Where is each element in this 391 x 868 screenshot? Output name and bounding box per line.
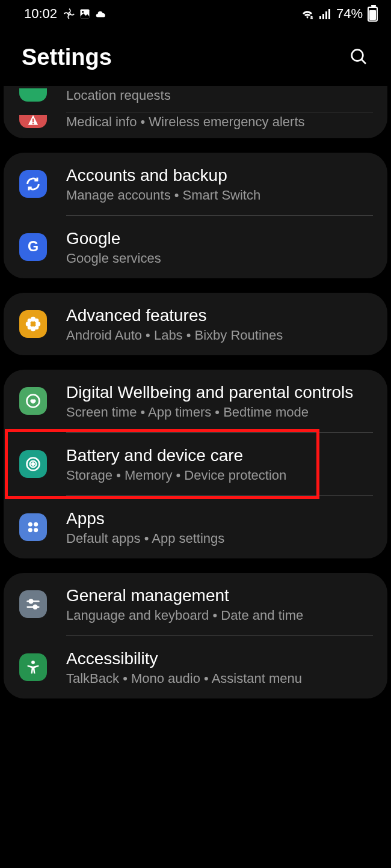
- search-button[interactable]: [345, 43, 372, 72]
- apps-icon: [19, 513, 47, 541]
- location-icon: [19, 88, 47, 102]
- row-subtitle: TalkBack • Mono audio • Assistant menu: [66, 671, 373, 686]
- status-right: 74%: [300, 6, 378, 22]
- row-title: Accessibility: [66, 648, 373, 669]
- emergency-icon: [19, 115, 47, 128]
- row-subtitle: Default apps • App settings: [66, 531, 373, 546]
- settings-row-google[interactable]: GGoogleGoogle services: [4, 216, 387, 278]
- settings-row-battery-and-device-care[interactable]: Battery and device careStorage • Memory …: [4, 433, 387, 495]
- settings-row-accounts-and-backup[interactable]: Accounts and backupManage accounts • Sma…: [4, 153, 387, 215]
- settings-row-location-requests[interactable]: Location requests: [4, 86, 387, 112]
- row-text: GoogleGoogle services: [66, 228, 373, 266]
- svg-point-19: [28, 325, 32, 329]
- settings-row-safety-and-emergency[interactable]: Safety and emergencyMedical info • Wirel…: [4, 112, 387, 138]
- status-time: 10:02: [24, 6, 57, 22]
- row-text: Safety and emergencyMedical info • Wirel…: [66, 112, 373, 130]
- settings-list: Location requestsSafety and emergencyMed…: [0, 86, 391, 698]
- row-subtitle: Manage accounts • Smart Switch: [66, 188, 373, 203]
- row-subtitle: Location requests: [66, 88, 373, 103]
- svg-point-33: [34, 605, 37, 609]
- svg-point-20: [34, 325, 38, 329]
- svg-point-18: [34, 319, 38, 323]
- settings-row-general-management[interactable]: General managementLanguage and keyboard …: [4, 573, 387, 635]
- cloud-icon: [94, 8, 108, 20]
- wellbeing-icon: [19, 387, 47, 415]
- row-title: Google: [66, 228, 373, 249]
- row-title: Accounts and backup: [66, 165, 373, 186]
- svg-point-29: [34, 528, 38, 532]
- row-title: General management: [66, 585, 373, 606]
- accessibility-icon: [19, 653, 47, 681]
- google-icon: G: [19, 233, 47, 261]
- settings-group: Location requestsSafety and emergencyMed…: [4, 86, 387, 138]
- row-subtitle: Screen time • App timers • Bedtime mode: [66, 405, 373, 420]
- svg-point-2: [82, 11, 84, 13]
- status-notification-icons: [63, 8, 108, 20]
- battery-percent: 74%: [336, 6, 363, 22]
- pinwheel-icon: [63, 8, 75, 20]
- svg-rect-4: [322, 14, 324, 19]
- svg-text:G: G: [28, 239, 38, 254]
- settings-group: Digital Wellbeing and parental controlsS…: [4, 370, 387, 558]
- settings-row-accessibility[interactable]: AccessibilityTalkBack • Mono audio • Ass…: [4, 636, 387, 698]
- row-title: Digital Wellbeing and parental controls: [66, 382, 373, 403]
- row-text: AppsDefault apps • App settings: [66, 508, 373, 546]
- svg-point-27: [34, 522, 38, 527]
- svg-point-21: [31, 322, 35, 326]
- settings-group: Accounts and backupManage accounts • Sma…: [4, 153, 387, 278]
- wifi-icon: [300, 8, 315, 20]
- sliders-icon: [19, 590, 47, 618]
- row-subtitle: Android Auto • Labs • Bixby Routines: [66, 328, 373, 343]
- svg-point-17: [28, 319, 32, 323]
- battery-icon: [368, 7, 378, 22]
- header: Settings: [0, 25, 391, 86]
- row-text: Accounts and backupManage accounts • Sma…: [66, 165, 373, 203]
- svg-rect-6: [328, 9, 330, 19]
- svg-rect-3: [319, 16, 321, 19]
- row-text: Advanced featuresAndroid Auto • Labs • B…: [66, 305, 373, 343]
- page-title: Settings: [22, 44, 112, 70]
- status-left: 10:02: [24, 6, 108, 22]
- row-text: Battery and device careStorage • Memory …: [66, 445, 373, 483]
- row-text: AccessibilityTalkBack • Mono audio • Ass…: [66, 648, 373, 686]
- settings-row-advanced-features[interactable]: Advanced featuresAndroid Auto • Labs • B…: [4, 293, 387, 355]
- svg-rect-10: [32, 123, 34, 124]
- svg-line-8: [362, 60, 366, 64]
- svg-point-25: [32, 463, 34, 465]
- settings-row-digital-wellbeing-and-parental-controls[interactable]: Digital Wellbeing and parental controlsS…: [4, 370, 387, 432]
- svg-point-26: [28, 522, 32, 527]
- row-subtitle: Medical info • Wireless emergency alerts: [66, 114, 373, 130]
- row-text: Digital Wellbeing and parental controlsS…: [66, 382, 373, 420]
- svg-point-0: [68, 13, 70, 14]
- row-subtitle: Language and keyboard • Date and time: [66, 608, 373, 623]
- row-title: Apps: [66, 508, 373, 529]
- row-title: Advanced features: [66, 305, 373, 326]
- device-care-icon: [19, 450, 47, 478]
- svg-point-32: [29, 599, 33, 603]
- svg-point-34: [31, 661, 35, 664]
- svg-rect-5: [325, 11, 327, 19]
- row-subtitle: Google services: [66, 251, 373, 266]
- svg-point-28: [28, 528, 32, 532]
- settings-row-apps[interactable]: AppsDefault apps • App settings: [4, 496, 387, 558]
- settings-group: General managementLanguage and keyboard …: [4, 573, 387, 698]
- row-title: Battery and device care: [66, 445, 373, 466]
- signal-icon: [319, 8, 331, 19]
- image-icon: [79, 8, 91, 20]
- search-icon: [349, 47, 368, 66]
- gear-flower-icon: [19, 310, 47, 338]
- row-text: General managementLanguage and keyboard …: [66, 585, 373, 623]
- status-bar: 10:02 74%: [0, 0, 391, 25]
- svg-point-7: [352, 50, 363, 61]
- settings-group: Advanced featuresAndroid Auto • Labs • B…: [4, 293, 387, 355]
- svg-rect-9: [32, 118, 34, 122]
- row-text: Location requests: [66, 86, 373, 103]
- row-subtitle: Storage • Memory • Device protection: [66, 468, 373, 483]
- sync-icon: [19, 170, 47, 198]
